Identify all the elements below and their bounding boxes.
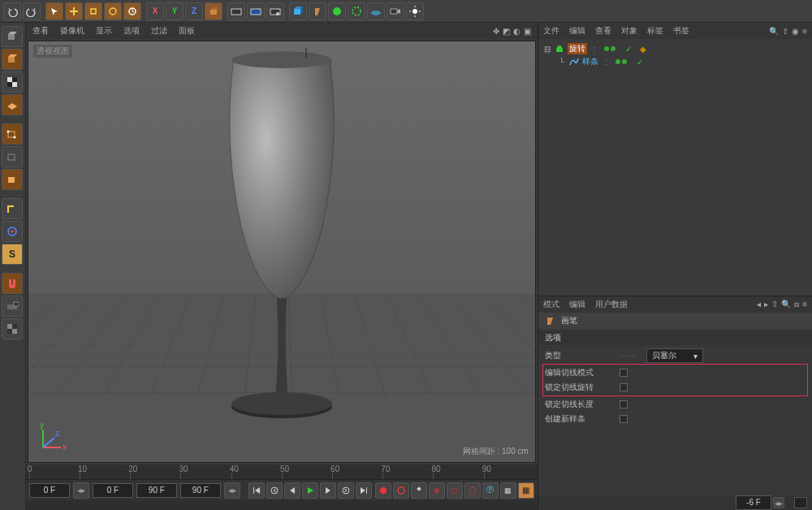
perspective-viewport[interactable]: 透视视图: [28, 41, 536, 463]
edge-mode-button[interactable]: [2, 146, 23, 167]
redo-button[interactable]: [23, 2, 41, 20]
om-menu-file[interactable]: 文件: [543, 25, 559, 37]
expand-toggle-icon[interactable]: ⊟: [543, 45, 551, 54]
timeline-ruler[interactable]: 0 10 20 30 40 50 60 70 80 90: [26, 465, 538, 479]
deformer-button[interactable]: [348, 2, 365, 20]
camera-button[interactable]: [387, 2, 404, 20]
viewport-menu-filter[interactable]: 过滤: [151, 25, 167, 37]
undo-button[interactable]: [3, 2, 21, 20]
object-name-spline[interactable]: 样条: [582, 56, 598, 67]
viewport-menu-view[interactable]: 查看: [32, 25, 49, 37]
texture-mode-button[interactable]: [2, 71, 23, 93]
check-icon[interactable]: ✓: [625, 45, 632, 54]
spline-pen-button[interactable]: [309, 2, 326, 20]
viewport-zoom-icon[interactable]: ◩: [503, 27, 510, 36]
z-axis-button[interactable]: Z: [185, 2, 203, 20]
next-frame-button[interactable]: [320, 482, 336, 499]
timeline-current-field[interactable]: 0 F: [93, 483, 133, 498]
timeline-end-spinner[interactable]: ◂▸: [224, 482, 240, 499]
am-nav-fwd-icon[interactable]: ▸: [764, 300, 768, 309]
om-menu-bookmarks[interactable]: 书签: [673, 25, 689, 37]
tweak-mode-button[interactable]: [2, 221, 23, 242]
om-search-icon[interactable]: 🔍: [769, 27, 779, 36]
coord-system-button[interactable]: [205, 2, 222, 20]
goto-end-button[interactable]: [356, 482, 372, 499]
point-mode-button[interactable]: [2, 123, 23, 145]
model-mode-button[interactable]: [2, 49, 23, 70]
viewport-nav-icon[interactable]: ✥: [493, 27, 499, 36]
timeline-end-field[interactable]: 90 F: [136, 483, 177, 498]
rotate-tool-button[interactable]: [104, 2, 122, 20]
timeline-end2-field[interactable]: 90 F: [180, 483, 221, 498]
attribute-section-options[interactable]: 选项: [538, 331, 812, 345]
snap-toggle-button[interactable]: S: [2, 244, 23, 265]
light-button[interactable]: [406, 2, 424, 20]
play-button[interactable]: [302, 482, 318, 499]
key-scale-button[interactable]: ◻: [447, 482, 463, 499]
om-home-icon[interactable]: ⇧: [782, 27, 788, 36]
am-menu-edit[interactable]: 编辑: [569, 299, 585, 310]
tree-row-spline[interactable]: └ 样条 : ✓: [543, 55, 807, 68]
move-tool-button[interactable]: [65, 2, 83, 20]
lock-tangent-rot-checkbox[interactable]: [620, 383, 628, 391]
x-axis-button[interactable]: X: [146, 2, 164, 20]
prev-frame-button[interactable]: [284, 482, 300, 499]
edit-tangent-checkbox[interactable]: [620, 369, 628, 377]
object-name-lathe[interactable]: 旋转: [568, 43, 587, 54]
viewport-menu-display[interactable]: 显示: [96, 25, 112, 37]
viewport-solo-button[interactable]: [2, 318, 23, 339]
recent-tool-button[interactable]: [123, 2, 141, 20]
polygon-mode-button[interactable]: [2, 169, 23, 190]
prev-key-button[interactable]: [266, 482, 283, 499]
next-key-button[interactable]: [338, 482, 354, 499]
workplane-mode-button[interactable]: [2, 94, 23, 115]
visibility-dot-icon[interactable]: [604, 46, 609, 51]
axis-lock-button[interactable]: [2, 198, 23, 219]
scale-tool-button[interactable]: [84, 2, 102, 20]
am-menu-mode[interactable]: 模式: [543, 299, 559, 310]
om-menu-tags[interactable]: 标签: [647, 25, 663, 37]
om-eye-icon[interactable]: ◉: [792, 27, 799, 36]
key-pos-button[interactable]: ⊕: [429, 482, 445, 499]
keyframe-sel-button[interactable]: [411, 482, 427, 499]
viewport-menu-camera[interactable]: 摄像机: [60, 25, 84, 37]
viewport-menu-panel[interactable]: 面板: [179, 25, 195, 37]
viewport-menu-options[interactable]: 选项: [123, 25, 140, 37]
render-view-button[interactable]: [227, 2, 245, 20]
check-icon[interactable]: ✓: [637, 58, 643, 67]
material-slot-icon[interactable]: [794, 497, 807, 508]
viewport-max-icon[interactable]: ▣: [524, 27, 531, 36]
object-tree[interactable]: ⊟ 旋转 : ✓ ◆ └ 样条 : ✓: [538, 39, 812, 296]
tree-row-lathe[interactable]: ⊟ 旋转 : ✓ ◆: [543, 42, 807, 55]
om-menu-edit[interactable]: 编辑: [569, 25, 585, 37]
primitive-button[interactable]: [289, 2, 307, 20]
make-editable-button[interactable]: [2, 26, 23, 47]
anim-layout-button[interactable]: ▦: [518, 482, 534, 499]
om-menu-icon[interactable]: ≡: [802, 27, 807, 36]
am-menu-icon[interactable]: ≡: [802, 300, 807, 309]
am-nav-up-icon[interactable]: ⇧: [771, 300, 778, 309]
render-picture-button[interactable]: [247, 2, 265, 20]
key-pla-button[interactable]: ▦: [500, 482, 516, 499]
autokey-button[interactable]: [393, 482, 409, 499]
tag-phong-icon[interactable]: ◆: [640, 45, 646, 54]
live-select-button[interactable]: [45, 2, 63, 20]
am-menu-userdata[interactable]: 用户数据: [595, 299, 628, 310]
om-menu-view[interactable]: 查看: [595, 25, 611, 37]
frame-spinner[interactable]: ◂▸: [773, 497, 784, 508]
record-button[interactable]: [375, 482, 391, 499]
lock-tangent-len-checkbox[interactable]: [620, 400, 628, 408]
om-menu-object[interactable]: 对象: [621, 25, 637, 37]
render-dot-icon[interactable]: [611, 46, 615, 51]
visibility-dot-icon[interactable]: [615, 59, 620, 64]
environment-button[interactable]: [367, 2, 385, 20]
render-settings-button[interactable]: [266, 2, 284, 20]
y-axis-button[interactable]: Y: [166, 2, 184, 20]
am-lock-icon[interactable]: ⧈: [794, 300, 799, 309]
timeline-start-field[interactable]: 0 F: [29, 483, 70, 498]
key-param-button[interactable]: Ⓟ: [482, 482, 499, 499]
magnet-button[interactable]: [2, 273, 23, 294]
frame-field[interactable]: -6 F: [736, 495, 771, 510]
viewport-rotate-icon[interactable]: ◐: [513, 27, 520, 36]
am-search-icon[interactable]: 🔍: [781, 300, 791, 309]
